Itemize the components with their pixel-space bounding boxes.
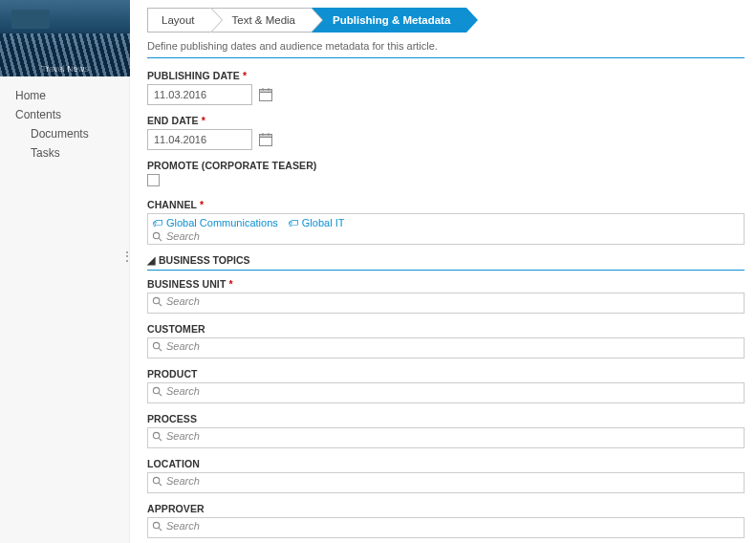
- field-channel: CHANNEL * 🏷 Global Communications 🏷 Glob…: [147, 199, 745, 245]
- tag-label: Global Communications: [166, 217, 278, 228]
- product-search[interactable]: Search: [147, 382, 745, 403]
- svg-point-18: [153, 477, 159, 483]
- tab-text-media[interactable]: Text & Media: [210, 8, 312, 33]
- svg-point-10: [153, 297, 159, 303]
- tag-label: Global IT: [302, 217, 345, 228]
- section-business-topics[interactable]: ◢ BUSINESS TOPICS: [147, 254, 745, 266]
- svg-point-14: [153, 387, 159, 393]
- search-icon: [152, 431, 162, 442]
- svg-line-9: [159, 238, 162, 241]
- label-end-date: END DATE *: [147, 115, 745, 126]
- tag-icon: 🏷: [288, 217, 298, 228]
- location-search[interactable]: Search: [147, 472, 745, 493]
- svg-rect-1: [260, 90, 272, 93]
- calendar-icon[interactable]: [258, 87, 273, 102]
- label-text: BUSINESS UNIT: [147, 278, 226, 290]
- label-promote: PROMOTE (CORPORATE TEASER): [147, 160, 745, 171]
- nav-contents[interactable]: Contents: [0, 105, 129, 124]
- svg-line-15: [159, 393, 162, 396]
- field-process: PROCESS Search: [147, 413, 745, 448]
- nav-home[interactable]: Home: [0, 86, 129, 105]
- business-unit-search[interactable]: Search: [147, 293, 745, 314]
- field-publishing-date: PUBLISHING DATE *: [147, 70, 745, 105]
- required-mark: *: [200, 199, 204, 210]
- sidebar-hero-image[interactable]: Travel News: [0, 0, 130, 76]
- svg-point-16: [153, 432, 159, 438]
- search-placeholder: Search: [166, 385, 200, 397]
- svg-line-19: [159, 483, 162, 486]
- calendar-icon[interactable]: [258, 132, 273, 147]
- required-mark: *: [243, 70, 247, 81]
- search-icon: [152, 341, 162, 352]
- nav-documents[interactable]: Documents: [0, 124, 129, 143]
- field-location: LOCATION Search: [147, 458, 745, 493]
- svg-line-11: [159, 303, 162, 306]
- svg-line-13: [159, 348, 162, 351]
- section-divider: [147, 270, 745, 271]
- end-date-input[interactable]: [147, 129, 252, 150]
- label-publishing-date: PUBLISHING DATE *: [147, 70, 745, 81]
- sidebar: Travel News Home Contents Documents Task…: [0, 0, 130, 543]
- tab-layout[interactable]: Layout: [147, 8, 211, 33]
- label-channel: CHANNEL *: [147, 199, 745, 210]
- field-approver: APPROVER Search: [147, 503, 745, 538]
- sidebar-resize-handle[interactable]: ⋮: [120, 249, 134, 264]
- label-approver: APPROVER: [147, 503, 745, 514]
- nav-tasks[interactable]: Tasks: [0, 143, 129, 163]
- promote-checkbox[interactable]: [147, 174, 160, 186]
- tab-publishing-metadata[interactable]: Publishing & Metadata: [311, 8, 466, 33]
- sidebar-caption: Travel News: [0, 64, 130, 74]
- search-icon: [152, 296, 162, 307]
- required-mark: *: [202, 115, 205, 126]
- customer-search[interactable]: Search: [147, 337, 745, 358]
- header-divider: [147, 57, 745, 58]
- label-customer: CUSTOMER: [147, 323, 745, 335]
- label-location: LOCATION: [147, 458, 745, 469]
- search-icon: [152, 231, 162, 242]
- search-placeholder: Search: [166, 520, 200, 532]
- wizard-tabs: Layout Text & Media Publishing & Metadat…: [147, 8, 745, 33]
- search-placeholder: Search: [166, 430, 200, 442]
- svg-point-8: [153, 232, 159, 238]
- tag-icon: 🏷: [152, 217, 162, 228]
- search-placeholder: Search: [166, 230, 200, 242]
- search-icon: [152, 386, 162, 397]
- search-icon: [152, 521, 162, 532]
- search-placeholder: Search: [166, 475, 200, 487]
- label-product: PRODUCT: [147, 368, 745, 380]
- field-promote: PROMOTE (CORPORATE TEASER): [147, 160, 745, 189]
- sidebar-nav: Home Contents Documents Tasks: [0, 76, 129, 163]
- channel-tag[interactable]: 🏷 Global Communications: [152, 217, 278, 228]
- search-placeholder: Search: [166, 340, 200, 352]
- svg-line-17: [159, 438, 162, 441]
- channel-tag[interactable]: 🏷 Global IT: [288, 217, 345, 228]
- publishing-date-input[interactable]: [147, 84, 252, 105]
- approver-search[interactable]: Search: [147, 517, 745, 538]
- label-process: PROCESS: [147, 413, 745, 424]
- field-product: PRODUCT Search: [147, 368, 745, 403]
- section-title: BUSINESS TOPICS: [159, 254, 250, 266]
- field-customer: CUSTOMER Search: [147, 323, 745, 358]
- search-placeholder: Search: [166, 295, 200, 307]
- label-business-unit: BUSINESS UNIT *: [147, 278, 745, 290]
- required-mark: *: [228, 278, 232, 290]
- svg-rect-5: [260, 135, 272, 138]
- svg-point-20: [153, 522, 159, 528]
- label-text: CHANNEL: [147, 199, 197, 210]
- field-business-unit: BUSINESS UNIT * Search: [147, 278, 745, 314]
- channel-tagbox[interactable]: 🏷 Global Communications 🏷 Global IT Sear…: [147, 213, 745, 245]
- process-search[interactable]: Search: [147, 427, 745, 448]
- channel-search[interactable]: Search: [152, 230, 740, 242]
- collapse-icon: ◢: [147, 254, 155, 266]
- svg-point-12: [153, 342, 159, 348]
- label-text: END DATE: [147, 115, 199, 126]
- search-icon: [152, 476, 162, 487]
- field-end-date: END DATE *: [147, 115, 745, 150]
- page-description: Define publishing dates and audience met…: [147, 40, 745, 52]
- svg-line-21: [159, 528, 162, 531]
- main-content: Layout Text & Media Publishing & Metadat…: [130, 0, 756, 543]
- label-text: PUBLISHING DATE: [147, 70, 240, 81]
